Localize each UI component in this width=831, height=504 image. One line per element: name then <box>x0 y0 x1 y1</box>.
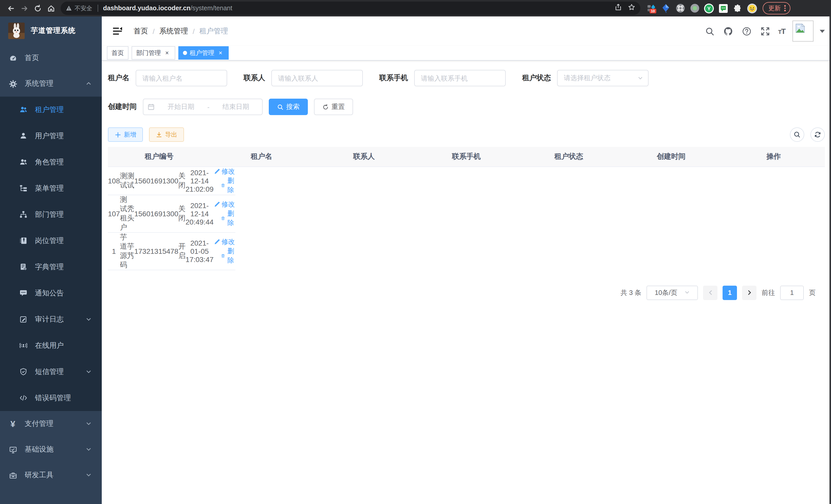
sidebar-item-payment[interactable]: ¥ 支付管理 <box>0 411 102 437</box>
breadcrumb-home[interactable]: 首页 <box>134 26 148 36</box>
sidebar-item-notice[interactable]: 通知公告 <box>0 280 102 306</box>
chrome-update-button[interactable]: 更新 <box>763 2 790 14</box>
sidebar-item-infra[interactable]: 基础设施 <box>0 437 102 463</box>
date-end-placeholder: 结束日期 <box>213 102 258 112</box>
extension-puzzle-icon[interactable] <box>733 3 743 13</box>
add-button[interactable]: 新增 <box>108 127 143 142</box>
system-submenu: 租户管理 用户管理 角色管理 <box>0 97 102 411</box>
tag-tenant-active[interactable]: 租户管理 × <box>178 46 229 60</box>
col-tenant-id: 租户编号 <box>108 147 210 167</box>
page-size-select[interactable]: 10条/页 <box>647 286 698 300</box>
home-icon[interactable] <box>44 2 58 15</box>
sidebar-item-audit-log[interactable]: 审计日志 <box>0 306 102 332</box>
close-icon[interactable]: × <box>164 49 171 57</box>
forward-icon[interactable] <box>18 2 31 15</box>
update-label: 更新 <box>768 4 781 12</box>
refresh-icon <box>322 103 329 110</box>
mobile-input[interactable] <box>414 70 506 86</box>
dashboard-gauge-icon <box>9 54 17 62</box>
col-actions: 操作 <box>722 147 825 167</box>
address-bar[interactable]: 不安全 dashboard.yudao.iocoder.cn/system/te… <box>61 2 640 15</box>
avatar[interactable] <box>793 21 813 41</box>
share-icon[interactable] <box>614 4 622 13</box>
sidebar-item-user[interactable]: 用户管理 <box>0 123 102 149</box>
show-search-toggle-button[interactable] <box>790 127 804 142</box>
create-time-range-picker[interactable]: 开始日期 - 结束日期 <box>143 99 263 115</box>
total-count: 共 3 条 <box>621 288 641 297</box>
delete-link[interactable]: 删除 <box>221 246 235 265</box>
delete-link[interactable]: 删除 <box>221 209 235 227</box>
next-page-button[interactable] <box>742 286 756 300</box>
goto-label: 前往 <box>762 288 775 297</box>
search-icon[interactable] <box>704 25 715 37</box>
app-logo-image <box>8 23 25 39</box>
goto-page-input[interactable] <box>780 286 804 300</box>
sidebar-collapse-icon[interactable] <box>108 22 126 40</box>
edit-link[interactable]: 修改 <box>214 200 235 209</box>
github-icon[interactable] <box>722 25 734 37</box>
extension-emoji-icon[interactable] <box>747 3 757 13</box>
search-button[interactable]: 搜索 <box>269 99 308 115</box>
contact-input[interactable] <box>271 70 363 86</box>
edit-link[interactable]: 修改 <box>214 167 235 176</box>
extension-y-icon[interactable]: Y <box>704 3 714 13</box>
reset-button[interactable]: 重置 <box>314 99 353 115</box>
close-icon[interactable]: × <box>217 49 224 57</box>
prev-page-button[interactable] <box>703 286 717 300</box>
search-icon <box>794 131 801 138</box>
avatar-dropdown-caret[interactable] <box>820 30 825 33</box>
reload-icon[interactable] <box>31 2 44 15</box>
not-secure-warning[interactable]: 不安全 <box>66 4 92 12</box>
sidebar-item-role[interactable]: 角色管理 <box>0 149 102 175</box>
chevron-down-icon <box>638 74 643 82</box>
tenant-name-input[interactable] <box>136 70 227 86</box>
extension-green-dot-icon[interactable] <box>690 3 699 13</box>
sidebar-item-menu[interactable]: 菜单管理 <box>0 175 102 201</box>
breadcrumb-separator: / <box>153 27 155 35</box>
app-logo-row[interactable]: 芋道管理系统 <box>0 17 102 45</box>
breadcrumb: 首页 / 系统管理 / 租户管理 <box>134 26 228 36</box>
breadcrumb-system[interactable]: 系统管理 <box>159 26 188 36</box>
export-button[interactable]: 导出 <box>149 127 184 142</box>
extension-command-icon[interactable] <box>675 3 685 13</box>
edit-log-icon <box>19 315 27 323</box>
refresh-table-button[interactable] <box>810 127 825 142</box>
edit-link[interactable]: 修改 <box>214 237 235 246</box>
extension-kite-icon[interactable] <box>661 3 671 13</box>
chevron-left-icon <box>708 290 713 295</box>
sidebar-item-home[interactable]: 首页 <box>0 45 102 71</box>
browser-menu-icon[interactable] <box>784 5 785 11</box>
chevron-down-icon <box>685 289 690 296</box>
sidebar-item-dict[interactable]: 字典管理 <box>0 254 102 280</box>
sidebar-item-dept[interactable]: 部门管理 <box>0 201 102 228</box>
font-size-icon[interactable]: TT <box>778 27 785 35</box>
sidebar-item-error-code[interactable]: 错误码管理 <box>0 385 102 411</box>
download-icon <box>156 131 163 138</box>
warning-triangle-icon <box>66 5 72 11</box>
extension-sketch-icon[interactable]: 10 <box>647 3 656 13</box>
tag-home[interactable]: 首页 <box>107 46 128 60</box>
sidebar-item-online-users[interactable]: 在线用户 <box>0 332 102 359</box>
sidebar-item-tenant[interactable]: 租户管理 <box>0 97 102 123</box>
bookmark-star-icon[interactable] <box>628 4 635 13</box>
help-icon[interactable] <box>741 25 752 37</box>
fullscreen-icon[interactable] <box>760 25 771 37</box>
user-icon <box>19 132 27 140</box>
delete-link[interactable]: 删除 <box>221 176 235 195</box>
table-body: 108 测试 测试 15601691300 关闭 2021-12-14 21:0… <box>108 167 210 270</box>
sidebar-item-post[interactable]: 岗位管理 <box>0 228 102 254</box>
sidebar-item-dev-tools[interactable]: 研发工具 <box>0 463 102 488</box>
chevron-right-icon <box>746 290 752 295</box>
page-number-current[interactable]: 1 <box>722 286 737 300</box>
tag-dept[interactable]: 部门管理 × <box>132 46 175 60</box>
dict-book-icon <box>19 263 27 271</box>
sidebar-item-sms[interactable]: 短信管理 <box>0 359 102 385</box>
back-icon[interactable] <box>4 2 18 15</box>
sidebar-item-system[interactable]: 系统管理 <box>0 71 102 97</box>
status-select[interactable]: 请选择租户状态 <box>557 70 649 86</box>
col-mobile: 联系手机 <box>415 147 518 167</box>
security-label: 不安全 <box>75 4 92 12</box>
extension-chat-icon[interactable] <box>718 3 728 13</box>
extension-badge: 10 <box>650 8 656 13</box>
col-tenant-name: 租户名 <box>210 147 313 167</box>
